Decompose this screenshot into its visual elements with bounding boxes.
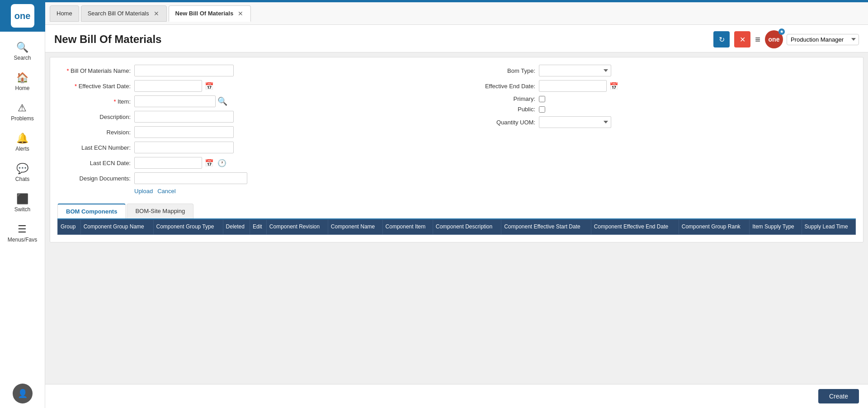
eff-end-date-input[interactable] [539,80,607,92]
last-ecn-date-cal-button[interactable]: 📅 [204,159,215,167]
page-title: New Bill Of Materials [54,33,161,46]
item-input-wrap: 🔍 [134,95,227,107]
description-input[interactable] [134,111,234,123]
app-logo: one [0,0,45,32]
header-actions: ↻ ✕ ≡ one ★ Production Manager [713,30,859,48]
last-ecn-number-label: Last ECN Number: [57,144,134,151]
sidebar-item-search[interactable]: 🔍Search [8,36,37,66]
tab-bar: HomeSearch Bill Of Materials✕New Bill Of… [45,2,868,25]
col-header-component-group-name: Component Group Name [80,220,153,235]
item-input[interactable] [134,95,216,107]
user-logo-text: one [769,36,780,43]
last-ecn-date-label: Last ECN Date: [57,160,134,166]
item-row: Item: 🔍 [57,95,444,107]
last-ecn-date-row: Last ECN Date: 📅 🕐 [57,157,444,169]
sidebar-item-alerts[interactable]: 🔔Alerts [8,127,37,157]
qty-uom-row: Quantity UOM: [462,116,849,128]
sidebar-label-problems: Problems [11,115,34,122]
tab-section: BOM ComponentsBOM-Site Mapping GroupComp… [57,204,856,235]
revision-input[interactable] [134,126,234,138]
sidebar-label-alerts: Alerts [15,146,29,152]
star-badge: ★ [778,28,785,35]
col-header-component-group-type: Component Group Type [153,220,223,235]
eff-start-date-cal-button[interactable]: 📅 [204,82,215,90]
col-header-item-supply-type: Item Supply Type [750,220,802,235]
eff-start-date-row: Effective Start Date: 📅 [57,80,444,92]
menu-button[interactable]: ≡ [755,34,760,45]
public-row: Public: [462,106,849,113]
tab-label-search-bom: Search Bill Of Materials [88,10,149,17]
revision-row: Revision: [57,126,444,138]
user-avatar[interactable]: 👤 [13,384,33,403]
switch-icon: ⬛ [16,193,28,205]
tab-label-home: Home [57,10,72,17]
tab-home[interactable]: Home [50,5,79,22]
design-docs-label: Design Documents: [57,175,134,182]
eff-end-date-cal-button[interactable]: 📅 [609,82,619,90]
tab-search-bom[interactable]: Search Bill Of Materials✕ [81,5,167,22]
last-ecn-date-clock-button[interactable]: 🕐 [217,159,227,167]
primary-checkbox[interactable] [539,96,545,102]
form-left-col: Bill Of Materials Name: Effective Start … [57,65,444,198]
page-footer: Create [45,384,868,408]
revision-label: Revision: [57,129,134,136]
col-header-component-description: Component Description [433,220,501,235]
user-area: one ★ Production Manager [765,30,859,48]
sidebar-label-menus: Menus/Favs [8,237,37,243]
sidebar-item-home[interactable]: 🏠Home [8,66,37,97]
col-header-component-effective-end-date: Component Effective End Date [591,220,679,235]
content-area: Bill Of Materials Name: Effective Start … [45,52,868,384]
sidebar-item-menus[interactable]: ☰Menus/Favs [8,218,37,248]
user-role-select[interactable]: Production Manager [787,34,859,45]
last-ecn-number-row: Last ECN Number: [57,142,444,153]
user-logo: one ★ [765,30,783,48]
col-header-edit: Edit [250,220,267,235]
design-docs-row: Design Documents: [57,172,444,184]
inner-tab-bom-site-mapping[interactable]: BOM-Site Mapping [127,204,193,218]
eff-start-date-wrap: 📅 [134,80,215,92]
refresh-button[interactable]: ↻ [713,31,730,47]
tab-close-search-bom[interactable]: ✕ [153,10,160,17]
form-grid: Bill Of Materials Name: Effective Start … [57,65,856,198]
tab-close-new-bom[interactable]: ✕ [237,10,244,17]
last-ecn-number-input[interactable] [134,142,234,153]
upload-link[interactable]: Upload [134,188,153,195]
sidebar: one 🔍Search🏠Home⚠Problems🔔Alerts💬Chats⬛S… [0,0,45,408]
logo-text: one [11,4,34,28]
tab-label-new-bom: New Bill Of Materials [175,10,234,17]
bom-table: GroupComponent Group NameComponent Group… [57,219,856,235]
col-header-supply-lead-time: Supply Lead Time [802,220,855,235]
sidebar-item-chats[interactable]: 💬Chats [8,157,37,188]
bom-type-select[interactable] [539,65,611,76]
qty-uom-select[interactable] [539,116,611,128]
inner-tab-bom-components[interactable]: BOM Components [57,204,126,218]
public-checkbox[interactable] [539,106,545,113]
bom-name-input[interactable] [134,65,234,76]
create-button[interactable]: Create [818,389,859,403]
bom-name-label: Bill Of Materials Name: [57,67,134,74]
sidebar-item-switch[interactable]: ⬛Switch [8,188,37,218]
item-search-button[interactable]: 🔍 [217,96,227,106]
chats-icon: 💬 [16,163,28,175]
description-label: Description: [57,114,134,120]
tab-new-bom[interactable]: New Bill Of Materials✕ [169,5,251,22]
col-header-component-effective-start-date: Component Effective Start Date [501,220,591,235]
eff-end-date-wrap: 📅 [539,80,619,92]
sidebar-label-home: Home [15,85,29,91]
bom-type-label: Bom Type: [462,67,539,74]
sidebar-label-chats: Chats [15,176,29,182]
main-area: HomeSearch Bill Of Materials✕New Bill Of… [45,0,868,408]
col-header-deleted: Deleted [223,220,250,235]
close-page-button[interactable]: ✕ [734,31,750,47]
last-ecn-date-input[interactable] [134,157,202,169]
cancel-link[interactable]: Cancel [157,188,175,195]
design-docs-input[interactable] [134,172,247,184]
description-row: Description: [57,111,444,123]
alerts-icon: 🔔 [16,133,28,144]
eff-start-date-input[interactable] [134,80,202,92]
item-label: Item: [57,98,134,105]
eff-start-date-label: Effective Start Date: [57,83,134,90]
problems-icon: ⚠ [18,102,27,114]
col-header-group: Group [58,220,81,235]
sidebar-item-problems[interactable]: ⚠Problems [8,97,37,127]
